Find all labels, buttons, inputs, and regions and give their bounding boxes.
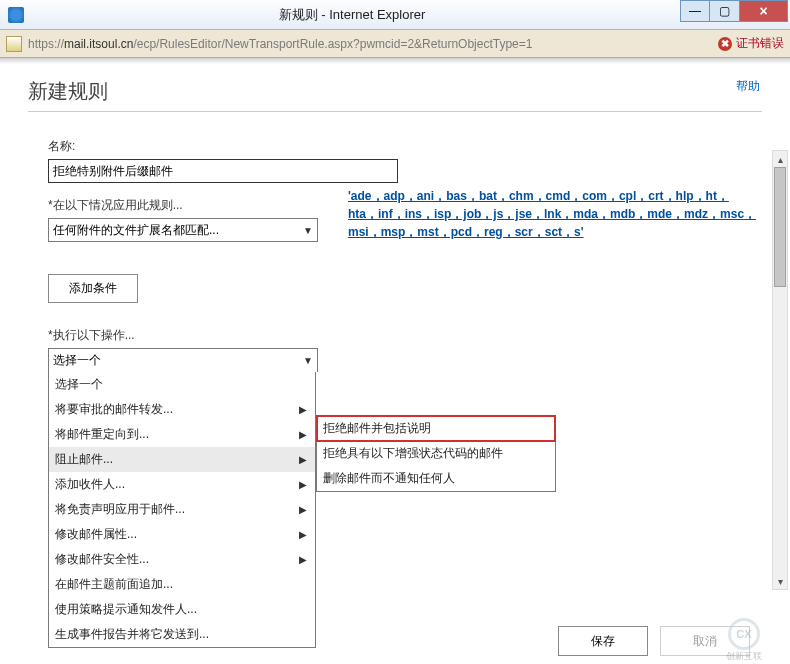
page-icon — [6, 36, 22, 52]
action-dropdown: 选择一个 将要审批的邮件转发...▶ 将邮件重定向到...▶ 阻止邮件...▶ … — [48, 372, 316, 648]
chevron-right-icon: ▶ — [299, 504, 307, 515]
chevron-right-icon: ▶ — [299, 529, 307, 540]
url-host: mail.itsoul.cn — [64, 37, 133, 51]
dropdown-item[interactable]: 在邮件主题前面追加... — [49, 572, 315, 597]
title-divider — [28, 111, 762, 112]
do-action-select[interactable]: 选择一个 ▼ — [48, 348, 318, 372]
chevron-right-icon: ▶ — [299, 454, 307, 465]
chevron-down-icon: ▼ — [303, 355, 313, 366]
save-button[interactable]: 保存 — [558, 626, 648, 656]
dropdown-item[interactable]: 选择一个 — [49, 372, 315, 397]
help-link[interactable]: 帮助 — [736, 78, 760, 95]
block-mail-submenu: 拒绝邮件并包括说明 拒绝具有以下增强状态代码的邮件 删除邮件而不通知任何人 — [316, 415, 556, 492]
dropdown-item[interactable]: 添加收件人...▶ — [49, 472, 315, 497]
apply-when-select[interactable]: 任何附件的文件扩展名都匹配... ▼ — [48, 218, 318, 242]
address-bar: https://mail.itsoul.cn/ecp/RulesEditor/N… — [0, 30, 790, 58]
watermark-icon: CX — [728, 618, 760, 650]
submenu-item-reject-code[interactable]: 拒绝具有以下增强状态代码的邮件 — [317, 441, 555, 466]
cert-error-badge[interactable]: ✖ 证书错误 — [718, 35, 784, 52]
page-title: 新建规则 — [28, 78, 762, 105]
url-path: /ecp/RulesEditor/NewTransportRule.aspx?p… — [133, 37, 532, 51]
chevron-right-icon: ▶ — [299, 554, 307, 565]
chevron-right-icon: ▶ — [299, 479, 307, 490]
chevron-down-icon: ▼ — [303, 225, 313, 236]
dropdown-item[interactable]: 将邮件重定向到...▶ — [49, 422, 315, 447]
submenu-item-reject-explain[interactable]: 拒绝邮件并包括说明 — [317, 416, 555, 441]
dropdown-item-block-mail[interactable]: 阻止邮件...▶ — [49, 447, 315, 472]
window-title: 新规则 - Internet Explorer — [24, 6, 680, 24]
dropdown-item[interactable]: 将要审批的邮件转发...▶ — [49, 397, 315, 422]
extension-list-link[interactable]: 'ade，adp，ani，bas，bat，chm，cmd，com，cpl，crt… — [348, 187, 758, 241]
watermark-text: 创新互联 — [704, 650, 784, 663]
url-text[interactable]: https://mail.itsoul.cn/ecp/RulesEditor/N… — [28, 37, 712, 51]
chevron-right-icon: ▶ — [299, 404, 307, 415]
rule-name-input[interactable] — [48, 159, 398, 183]
ie-icon — [8, 7, 24, 23]
cert-error-icon: ✖ — [718, 37, 732, 51]
dropdown-item[interactable]: 将免责声明应用于邮件...▶ — [49, 497, 315, 522]
scroll-up-button[interactable]: ▴ — [773, 151, 787, 167]
maximize-button[interactable]: ▢ — [710, 0, 740, 22]
dropdown-item[interactable]: 生成事件报告并将它发送到... — [49, 622, 315, 647]
name-label: 名称: — [48, 138, 762, 155]
watermark: CX 创新互联 — [704, 618, 784, 658]
scroll-thumb[interactable] — [774, 167, 786, 287]
page-header: 新建规则 — [0, 64, 790, 120]
add-condition-button[interactable]: 添加条件 — [48, 274, 138, 303]
dropdown-item[interactable]: 修改邮件属性...▶ — [49, 522, 315, 547]
do-action-label: *执行以下操作... — [48, 327, 762, 344]
scroll-down-button[interactable]: ▾ — [773, 573, 787, 589]
form-area: 名称: *在以下情况应用此规则... 任何附件的文件扩展名都匹配... ▼ 'a… — [0, 120, 790, 648]
window-controls: — ▢ × — [680, 0, 788, 22]
vertical-scrollbar[interactable]: ▴ ▾ — [772, 150, 788, 590]
dropdown-item[interactable]: 修改邮件安全性...▶ — [49, 547, 315, 572]
close-button[interactable]: × — [740, 0, 788, 22]
cert-error-text: 证书错误 — [736, 35, 784, 52]
window-titlebar: 新规则 - Internet Explorer — ▢ × — [0, 0, 790, 30]
submenu-item-delete-silent[interactable]: 删除邮件而不通知任何人 — [317, 466, 555, 491]
minimize-button[interactable]: — — [680, 0, 710, 22]
do-action-value: 选择一个 — [53, 352, 101, 369]
chevron-right-icon: ▶ — [299, 429, 307, 440]
url-prefix: https:// — [28, 37, 64, 51]
apply-when-value: 任何附件的文件扩展名都匹配... — [53, 222, 219, 239]
dropdown-item[interactable]: 使用策略提示通知发件人... — [49, 597, 315, 622]
